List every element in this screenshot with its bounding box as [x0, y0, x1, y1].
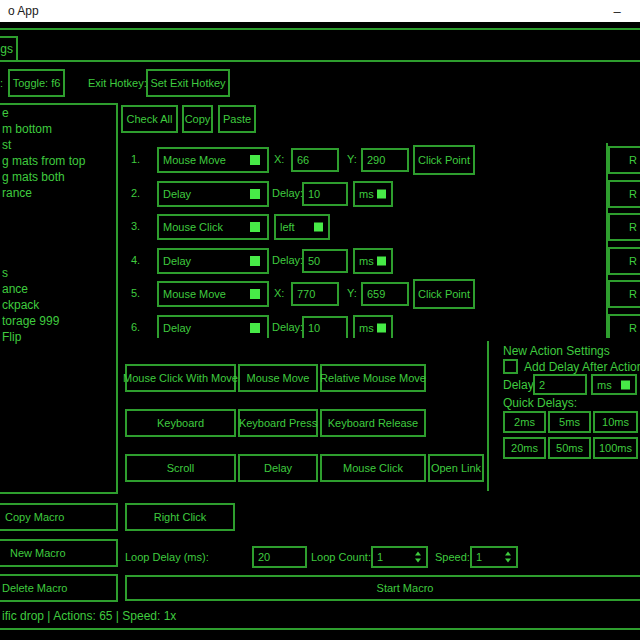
remove-button[interactable]: R: [608, 180, 640, 208]
row-number: 4.: [131, 254, 140, 266]
macro-list-item[interactable]: st: [2, 137, 11, 153]
x-input[interactable]: 770: [291, 282, 339, 306]
add-mouse-move-button[interactable]: Mouse Move: [238, 364, 318, 392]
dropdown-indicator-icon: [621, 380, 630, 389]
click-point-button[interactable]: Click Point: [413, 279, 475, 309]
macro-list-item[interactable]: rance: [2, 185, 32, 201]
dropdown-indicator-icon: [250, 323, 260, 333]
loop-count-spinner[interactable]: 1: [371, 546, 428, 568]
row-number: 5.: [131, 287, 140, 299]
macro-list: em bottomstg mats from topg mats bothran…: [0, 103, 120, 494]
new-action-settings-title: New Action Settings: [503, 344, 610, 358]
action-type-dropdown[interactable]: Mouse Move: [157, 147, 269, 173]
macro-list-item[interactable]: Flip: [2, 329, 21, 345]
add-keyboard-press-button[interactable]: Keyboard Press: [238, 409, 318, 437]
action-type-dropdown[interactable]: Delay: [157, 248, 269, 274]
unit-dropdown[interactable]: ms: [353, 181, 393, 207]
add-relative-mouse-move-button[interactable]: Relative Mouse Move: [320, 364, 426, 392]
speed-label: Speed:: [435, 551, 470, 563]
loop-delay-input[interactable]: 20: [252, 546, 307, 568]
new-delay-label: Delay:: [503, 378, 537, 392]
unit-dropdown[interactable]: ms: [353, 248, 393, 274]
macro-list-item[interactable]: e: [2, 105, 9, 121]
delay-input[interactable]: 50: [302, 249, 348, 273]
y-input[interactable]: 290: [361, 148, 409, 172]
exit-hotkey-label: Exit Hotkey:: [88, 77, 147, 89]
dropdown-indicator-icon: [250, 222, 260, 232]
add-mouse-click-with-move-button[interactable]: Mouse Click With Move: [125, 364, 236, 392]
remove-button[interactable]: R: [608, 247, 640, 275]
row-number: 6.: [131, 321, 140, 333]
add-keyboard-button[interactable]: Keyboard: [125, 409, 236, 437]
add-right-click-button[interactable]: Right Click: [125, 503, 235, 531]
y-label: Y:: [347, 287, 357, 299]
unit-dropdown[interactable]: ms: [353, 315, 393, 338]
dropdown-indicator-icon: [250, 256, 260, 266]
dropdown-indicator-icon: [377, 257, 386, 266]
remove-button[interactable]: R: [608, 314, 640, 338]
add-keyboard-release-button[interactable]: Keyboard Release: [320, 409, 426, 437]
add-delay-button[interactable]: Delay: [238, 454, 318, 482]
y-input[interactable]: 659: [361, 282, 409, 306]
quick-delay-20ms-button[interactable]: 20ms: [503, 437, 546, 459]
quick-delays-label: Quick Delays:: [503, 396, 577, 410]
paste-button[interactable]: Paste: [218, 105, 256, 133]
x-label: X:: [274, 287, 284, 299]
toggle-hotkey-button[interactable]: Toggle: f6: [8, 69, 65, 97]
quick-delay-2ms-button[interactable]: 2ms: [503, 411, 546, 433]
set-exit-hotkey-button[interactable]: Set Exit Hotkey: [146, 69, 230, 97]
quick-delay-5ms-button[interactable]: 5ms: [548, 411, 591, 433]
copy-button[interactable]: Copy: [182, 105, 213, 133]
remove-button[interactable]: R: [608, 213, 640, 241]
window-title: o App: [0, 4, 39, 18]
add-delay-label: Add Delay After Action: [524, 360, 640, 374]
dropdown-indicator-icon: [250, 155, 260, 165]
delay-input[interactable]: 10: [302, 316, 348, 338]
title-bar: o App: [0, 0, 640, 22]
macro-list-item[interactable]: ckpack: [2, 297, 39, 313]
quick-delay-50ms-button[interactable]: 50ms: [548, 437, 591, 459]
new-macro-button[interactable]: New Macro: [0, 539, 118, 567]
copy-macro-button[interactable]: Copy Macro: [0, 503, 118, 531]
spinner-down-icon[interactable]: [505, 559, 511, 563]
minimize-icon: –: [613, 4, 620, 19]
remove-button[interactable]: R: [608, 146, 640, 174]
spinner-up-icon[interactable]: [505, 552, 511, 556]
check-all-button[interactable]: Check All: [121, 105, 178, 133]
add-scroll-button[interactable]: Scroll: [125, 454, 236, 482]
x-input[interactable]: 66: [291, 148, 339, 172]
dropdown-indicator-icon: [377, 324, 386, 333]
settings-tab[interactable]: gs: [0, 36, 18, 62]
quick-delay-10ms-button[interactable]: 10ms: [593, 411, 638, 433]
remove-button[interactable]: R: [608, 280, 640, 308]
loop-count-label: Loop Count:: [311, 551, 371, 563]
minimize-button[interactable]: –: [602, 0, 632, 22]
macro-list-item[interactable]: ance: [2, 281, 28, 297]
spinner-up-icon[interactable]: [415, 552, 421, 556]
add-open-link-button[interactable]: Open Link: [428, 454, 484, 482]
action-type-dropdown[interactable]: Delay: [157, 181, 269, 207]
macro-list-item[interactable]: s: [2, 265, 8, 281]
speed-spinner[interactable]: 1: [470, 546, 518, 568]
macro-list-item[interactable]: g mats from top: [2, 153, 85, 169]
dropdown-indicator-icon: [314, 223, 323, 232]
quick-delay-100ms-button[interactable]: 100ms: [593, 437, 638, 459]
dropdown-indicator-icon: [377, 190, 386, 199]
delete-macro-button[interactable]: Delete Macro: [0, 574, 118, 602]
action-type-dropdown[interactable]: Delay: [157, 315, 269, 338]
new-unit-dropdown[interactable]: ms: [591, 374, 637, 395]
add-mouse-click-button[interactable]: Mouse Click: [320, 454, 426, 482]
macro-list-item[interactable]: torage 999: [2, 313, 59, 329]
add-delay-checkbox[interactable]: [503, 359, 518, 374]
macro-list-item[interactable]: m bottom: [2, 121, 52, 137]
start-macro-button[interactable]: Start Macro: [125, 575, 640, 601]
macro-list-item[interactable]: g mats both: [2, 169, 65, 185]
click-point-button[interactable]: Click Point: [413, 145, 475, 175]
row-number: 3.: [131, 220, 140, 232]
action-type-dropdown[interactable]: Mouse Move: [157, 281, 269, 307]
spinner-down-icon[interactable]: [415, 559, 421, 563]
new-delay-input[interactable]: 2: [533, 374, 587, 395]
mouse-button-dropdown[interactable]: left: [274, 214, 330, 240]
action-type-dropdown[interactable]: Mouse Click: [157, 214, 269, 240]
delay-input[interactable]: 10: [302, 182, 348, 206]
